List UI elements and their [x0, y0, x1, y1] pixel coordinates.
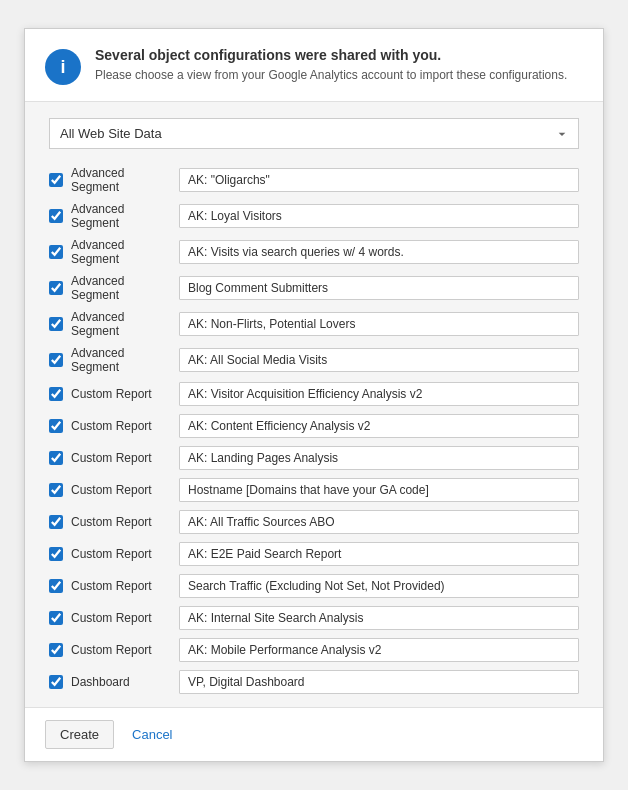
item-checkbox-1[interactable] — [49, 209, 63, 223]
item-name-input-2[interactable] — [179, 240, 579, 264]
items-list: Advanced SegmentAdvanced SegmentAdvanced… — [49, 163, 579, 697]
item-checkbox-12[interactable] — [49, 579, 63, 593]
item-checkbox-4[interactable] — [49, 317, 63, 331]
dialog: i Several object configurations were sha… — [24, 28, 604, 762]
footer: Create Cancel — [25, 707, 603, 761]
item-checkbox-5[interactable] — [49, 353, 63, 367]
list-item: Advanced Segment — [49, 163, 579, 197]
list-item: Dashboard — [49, 667, 579, 697]
info-icon: i — [45, 49, 81, 85]
item-type-label: Advanced Segment — [71, 166, 171, 194]
item-checkbox-10[interactable] — [49, 515, 63, 529]
content: All Web Site Data Advanced SegmentAdvanc… — [25, 102, 603, 707]
view-select[interactable]: All Web Site Data — [49, 118, 579, 149]
header: i Several object configurations were sha… — [25, 29, 603, 102]
item-name-input-9[interactable] — [179, 478, 579, 502]
item-name-input-1[interactable] — [179, 204, 579, 228]
list-item: Custom Report — [49, 379, 579, 409]
item-checkbox-3[interactable] — [49, 281, 63, 295]
list-item: Custom Report — [49, 539, 579, 569]
item-type-label: Dashboard — [71, 675, 171, 689]
item-name-input-3[interactable] — [179, 276, 579, 300]
cancel-button[interactable]: Cancel — [124, 721, 180, 748]
item-name-input-6[interactable] — [179, 382, 579, 406]
list-item: Custom Report — [49, 603, 579, 633]
item-checkbox-8[interactable] — [49, 451, 63, 465]
item-type-label: Advanced Segment — [71, 274, 171, 302]
item-name-input-4[interactable] — [179, 312, 579, 336]
dropdown-container: All Web Site Data — [49, 118, 579, 149]
header-description: Please choose a view from your Google An… — [95, 67, 567, 84]
item-type-label: Custom Report — [71, 451, 171, 465]
item-name-input-0[interactable] — [179, 168, 579, 192]
item-checkbox-2[interactable] — [49, 245, 63, 259]
list-item: Advanced Segment — [49, 307, 579, 341]
list-item: Custom Report — [49, 475, 579, 505]
item-name-input-5[interactable] — [179, 348, 579, 372]
item-type-label: Custom Report — [71, 515, 171, 529]
item-checkbox-7[interactable] — [49, 419, 63, 433]
item-type-label: Custom Report — [71, 387, 171, 401]
item-type-label: Custom Report — [71, 643, 171, 657]
list-item: Advanced Segment — [49, 199, 579, 233]
header-title: Several object configurations were share… — [95, 47, 567, 63]
item-type-label: Advanced Segment — [71, 238, 171, 266]
list-item: Custom Report — [49, 635, 579, 665]
item-type-label: Custom Report — [71, 483, 171, 497]
list-item: Custom Report — [49, 443, 579, 473]
item-name-input-10[interactable] — [179, 510, 579, 534]
item-checkbox-0[interactable] — [49, 173, 63, 187]
item-name-input-15[interactable] — [179, 670, 579, 694]
list-item: Advanced Segment — [49, 271, 579, 305]
item-name-input-14[interactable] — [179, 638, 579, 662]
item-type-label: Advanced Segment — [71, 346, 171, 374]
create-button[interactable]: Create — [45, 720, 114, 749]
header-text: Several object configurations were share… — [95, 47, 567, 84]
item-name-input-8[interactable] — [179, 446, 579, 470]
item-type-label: Custom Report — [71, 611, 171, 625]
list-item: Advanced Segment — [49, 343, 579, 377]
item-name-input-11[interactable] — [179, 542, 579, 566]
item-checkbox-14[interactable] — [49, 643, 63, 657]
list-item: Custom Report — [49, 411, 579, 441]
item-type-label: Custom Report — [71, 579, 171, 593]
list-item: Advanced Segment — [49, 235, 579, 269]
item-type-label: Advanced Segment — [71, 202, 171, 230]
item-name-input-13[interactable] — [179, 606, 579, 630]
item-type-label: Advanced Segment — [71, 310, 171, 338]
item-checkbox-11[interactable] — [49, 547, 63, 561]
item-checkbox-13[interactable] — [49, 611, 63, 625]
list-item: Custom Report — [49, 571, 579, 601]
item-checkbox-9[interactable] — [49, 483, 63, 497]
list-item: Custom Report — [49, 507, 579, 537]
item-checkbox-6[interactable] — [49, 387, 63, 401]
item-name-input-12[interactable] — [179, 574, 579, 598]
item-checkbox-15[interactable] — [49, 675, 63, 689]
item-type-label: Custom Report — [71, 547, 171, 561]
item-type-label: Custom Report — [71, 419, 171, 433]
item-name-input-7[interactable] — [179, 414, 579, 438]
